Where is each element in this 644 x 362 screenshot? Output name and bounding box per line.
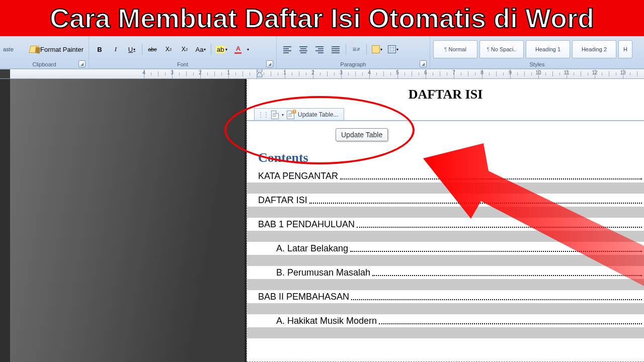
- style-normal[interactable]: ¶¶ NormalNormal: [433, 40, 477, 58]
- line-spacing-button[interactable]: ⇵: [349, 43, 364, 55]
- ruler-number: 11: [564, 70, 569, 75]
- contents-heading: Contents: [258, 150, 644, 165]
- toc-selection-stripe: [247, 207, 644, 218]
- toc-leader-dots: [309, 203, 642, 204]
- ruler-number: 8: [480, 70, 484, 75]
- superscript-button[interactable]: X2: [177, 43, 192, 55]
- strikethrough-button[interactable]: abc: [145, 43, 160, 55]
- toc-leader-dots: [340, 178, 642, 179]
- ruler-number: 4: [368, 70, 371, 75]
- ruler-number: 1: [283, 70, 286, 75]
- toc-entry-label: DAFTAR ISI: [258, 195, 307, 206]
- svg-marker-1: [257, 72, 262, 77]
- toc-selection-stripe: [247, 279, 644, 290]
- style-no-spacing[interactable]: ¶No Spaci..: [479, 40, 524, 58]
- toc-list[interactable]: KATA PENGANTARDAFTAR ISIBAB 1 PENDAHULUA…: [247, 169, 644, 338]
- bold-button[interactable]: B: [92, 43, 107, 55]
- toc-leader-dots: [351, 299, 642, 300]
- change-case-button[interactable]: Aa▾: [193, 43, 208, 55]
- paragraph-dialog-launcher-icon[interactable]: ◢: [420, 60, 427, 67]
- video-title-banner: Cara Membuat Daftar Isi Otomatis di Word: [0, 0, 644, 36]
- underline-button[interactable]: U▾: [124, 43, 139, 55]
- italic-button[interactable]: I: [108, 43, 123, 55]
- format-painter-button[interactable]: Format Painter: [28, 43, 86, 55]
- align-right-button[interactable]: [312, 43, 327, 55]
- toc-entry[interactable]: BAB II PEMBAHASAN: [258, 290, 644, 303]
- toc-entry[interactable]: DAFTAR ISI: [258, 194, 644, 207]
- highlight-button[interactable]: ab▾: [214, 43, 229, 55]
- borders-button[interactable]: ▾: [385, 43, 400, 55]
- toc-selection-stripe: [247, 255, 644, 266]
- ribbon-group-paragraph: ⇵ ▾ ▾ Paragraph◢: [277, 36, 430, 68]
- font-group-label: Font: [177, 61, 188, 67]
- toc-control-tab[interactable]: ⋮⋮ ▾ Update Table...: [254, 108, 344, 121]
- style-heading-2[interactable]: Heading 2: [572, 40, 616, 58]
- style-more[interactable]: H: [618, 40, 632, 58]
- toc-options-icon[interactable]: [271, 111, 279, 119]
- subscript-button[interactable]: X2: [161, 43, 176, 55]
- toc-entry[interactable]: B. Perumusan Masalah: [276, 266, 644, 279]
- toc-selection-stripe: [247, 327, 644, 338]
- ribbon-group-font: B I U▾ abc X2 X2 Aa▾ ab▾ A ▾ Font◢: [89, 36, 277, 68]
- toc-entry[interactable]: KATA PENGANTAR: [258, 169, 644, 183]
- ruler-number: 10: [535, 70, 541, 75]
- justify-button[interactable]: [328, 43, 343, 55]
- ruler-number: 3: [340, 70, 343, 75]
- dropdown-arrow-icon[interactable]: ▾: [282, 113, 284, 117]
- document-page[interactable]: DAFTAR ISI ⋮⋮ ▾ Update Table... Update T…: [247, 77, 644, 362]
- dropdown-arrow-icon: ▾: [133, 47, 135, 52]
- styles-group-label: Styles: [530, 61, 545, 67]
- format-painter-label: Format Painter: [40, 46, 84, 53]
- ruler-number: 9: [509, 70, 512, 75]
- update-table-tooltip: Update Table: [336, 128, 388, 141]
- toc-entry-label: KATA PENGANTAR: [258, 171, 338, 182]
- toc-entry-label: BAB 1 PENDAHULUAN: [258, 219, 355, 230]
- toc-selection-stripe: [247, 183, 644, 194]
- ruler-number: 13: [620, 70, 625, 75]
- vertical-ruler[interactable]: [0, 68, 10, 362]
- update-table-label[interactable]: Update Table...: [298, 111, 339, 118]
- ruler-number: 2: [311, 70, 314, 75]
- toc-leader-dots: [350, 251, 642, 252]
- toc-entry[interactable]: A. Hakikat Musik Modern: [276, 314, 644, 327]
- ruler-number: 5: [396, 70, 399, 75]
- toc-leader-dots: [379, 323, 642, 324]
- align-center-button[interactable]: [296, 43, 311, 55]
- shading-button[interactable]: ▾: [369, 43, 384, 55]
- ribbon-group-clipboard: aste Format Painter Clipboard◢: [0, 36, 89, 68]
- toc-leader-dots: [372, 275, 642, 276]
- ruler-number: 6: [424, 70, 427, 75]
- toc-drag-handle-icon[interactable]: ⋮⋮: [258, 111, 269, 118]
- font-dialog-launcher-icon[interactable]: ◢: [266, 60, 273, 67]
- styles-gallery[interactable]: ¶¶ NormalNormal ¶No Spaci.. Heading 1 He…: [433, 37, 641, 61]
- toc-entry[interactable]: A. Latar Belakang: [276, 242, 644, 255]
- document-workspace: DAFTAR ISI ⋮⋮ ▾ Update Table... Update T…: [10, 77, 644, 362]
- update-table-icon[interactable]: [287, 111, 294, 119]
- toc-entry-label: A. Hakikat Musik Modern: [276, 316, 377, 326]
- paste-button-label[interactable]: aste: [3, 46, 14, 52]
- video-title-text: Cara Membuat Daftar Isi Otomatis di Word: [50, 5, 594, 32]
- toc-selection-stripe: [247, 231, 644, 242]
- indent-marker-icon[interactable]: [257, 69, 263, 77]
- ribbon: aste Format Painter Clipboard◢ B I U▾ ab…: [0, 36, 644, 69]
- font-color-button[interactable]: A: [230, 43, 246, 55]
- paragraph-group-label: Paragraph: [340, 61, 366, 67]
- ruler-number: 12: [592, 70, 597, 75]
- toc-selection-stripe: [247, 303, 644, 314]
- align-left-button[interactable]: [280, 43, 295, 55]
- ribbon-group-styles: ¶¶ NormalNormal ¶No Spaci.. Heading 1 He…: [430, 36, 644, 68]
- clipboard-group-label: Clipboard: [32, 61, 56, 67]
- horizontal-ruler[interactable]: 432112345678910111213: [0, 69, 644, 79]
- page-title: DAFTAR ISI: [247, 87, 644, 102]
- format-painter-icon: [29, 46, 39, 53]
- clipboard-dialog-launcher-icon[interactable]: ◢: [78, 60, 86, 67]
- toc-entry[interactable]: BAB 1 PENDAHULUAN: [258, 218, 644, 231]
- toc-entry-label: A. Latar Belakang: [276, 243, 348, 254]
- ruler-number: 7: [452, 70, 455, 75]
- style-heading-1[interactable]: Heading 1: [526, 40, 570, 58]
- ruler-number: 3: [171, 70, 174, 75]
- toc-entry-label: BAB II PEMBAHASAN: [258, 292, 349, 302]
- toc-frame-top-border: [247, 120, 644, 121]
- toc-entry-label: B. Perumusan Masalah: [276, 267, 370, 278]
- toc-leader-dots: [357, 227, 642, 228]
